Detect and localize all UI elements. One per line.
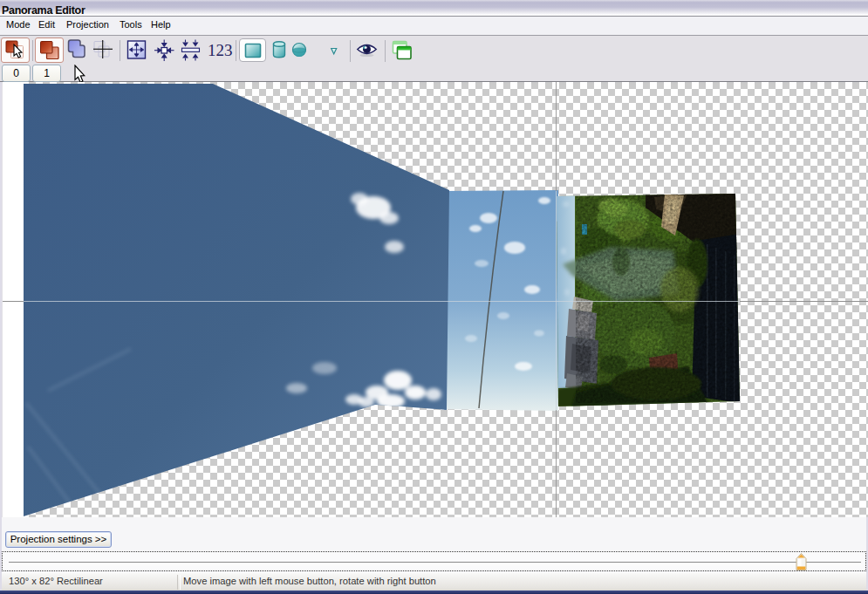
svg-text:123: 123 (208, 41, 233, 59)
